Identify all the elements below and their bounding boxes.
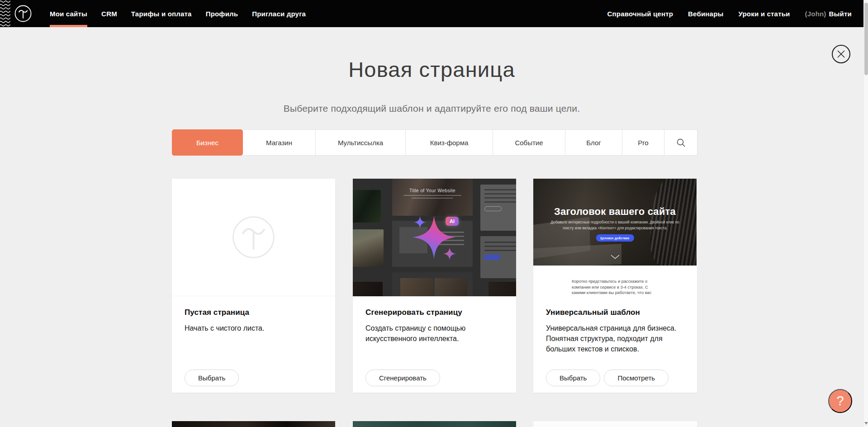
ai-badge: AI (446, 217, 459, 226)
top-navigation-bar: Мои сайты CRM Тарифы и оплата Профиль Пр… (0, 0, 868, 27)
card-description: Начать с чистого листа. (185, 323, 320, 333)
template-hero: Заголовок вашего сайта Добавьте интересн… (533, 179, 697, 266)
nav-item-profile[interactable]: Профиль (206, 0, 238, 27)
next-row-card-preview[interactable] (353, 421, 516, 427)
page-subtitle: Выберите подходящий шаблон и адаптируйте… (0, 103, 863, 114)
chevron-down-icon (611, 255, 620, 259)
page-title: Новая страница (0, 57, 863, 82)
collage-photo (353, 190, 381, 223)
card-title: Универсальный шаблон (546, 308, 684, 317)
scroll-down-arrow[interactable] (864, 422, 868, 426)
template-headline: Заголовок вашего сайта (533, 206, 697, 218)
card-info: Универсальный шаблон Универсальная стран… (533, 296, 697, 393)
collage-content-block (392, 221, 473, 267)
card-title: Сгенерировать страницу (365, 308, 503, 317)
close-button[interactable] (832, 45, 850, 63)
collage-photo (489, 282, 516, 296)
template-subtext: Добавьте интересные подробности о вашей … (548, 219, 682, 231)
card-description: Универсальная страница для бизнеса. Поня… (546, 323, 682, 355)
collage-text-block (480, 185, 516, 231)
generate-button[interactable]: Сгенерировать (365, 370, 440, 386)
ai-generate-preview[interactable]: Title of Your Website (353, 179, 516, 296)
choose-button[interactable]: Выбрать (546, 370, 600, 386)
collage-about-block (480, 236, 516, 278)
card-info: Сгенерировать страницу Создать страницу … (353, 296, 516, 393)
collage-photo (353, 282, 383, 296)
tab-store[interactable]: Магазин (243, 129, 316, 156)
tilda-watermark-icon (232, 215, 275, 259)
collage-gallery-block (392, 272, 473, 296)
tab-quiz-form[interactable]: Квиз-форма (406, 129, 493, 156)
scrollbar[interactable] (863, 0, 868, 427)
universal-template-preview[interactable]: Заголовок вашего сайта Добавьте интересн… (533, 179, 697, 296)
next-row-card-preview[interactable] (172, 421, 335, 427)
template-category-tabs: Бизнес Магазин Мультиссылка Квиз-форма С… (172, 129, 697, 156)
user-name: (John) (805, 10, 826, 18)
collage-hero-block: Title of Your Website (392, 179, 473, 216)
primary-menu: Мои сайты CRM Тарифы и оплата Профиль Пр… (50, 0, 306, 27)
nav-item-pricing[interactable]: Тарифы и оплата (131, 0, 192, 27)
nav-item-logout[interactable]: (John) Выйти (805, 0, 852, 27)
help-button[interactable]: ? (828, 389, 852, 413)
choose-button[interactable]: Выбрать (185, 370, 239, 386)
nav-item-lessons[interactable]: Уроки и статьи (739, 0, 790, 27)
card-info: Пустая страница Начать с чистого листа. … (172, 296, 335, 393)
view-button[interactable]: Посмотреть (604, 370, 669, 386)
template-card-ai-generate: Title of Your Website (353, 179, 516, 393)
collage-heading: Title of Your Website (392, 188, 473, 193)
nav-item-invite-friend[interactable]: Пригласи друга (252, 0, 306, 27)
tab-pro[interactable]: Pro (622, 129, 664, 156)
scrollbar-thumb[interactable] (864, 3, 868, 75)
tab-business[interactable]: Бизнес (172, 129, 243, 156)
nav-item-webinars[interactable]: Вебинары (688, 0, 723, 27)
tab-blog[interactable]: Блог (565, 129, 622, 156)
next-row-card-preview[interactable] (533, 421, 697, 427)
nav-item-my-sites[interactable]: Мои сайты (50, 0, 87, 27)
search-icon (676, 138, 686, 147)
wave-pattern-decoration (0, 0, 10, 27)
nav-item-crm[interactable]: CRM (101, 0, 117, 27)
template-card-blank: Пустая страница Начать с чистого листа. … (172, 179, 335, 393)
card-description: Создать страницу с помощью искусственног… (365, 323, 501, 344)
tab-multilink[interactable]: Мультиссылка (316, 129, 406, 156)
template-card-universal: Заголовок вашего сайта Добавьте интересн… (533, 179, 697, 393)
secondary-menu: Справочный центр Вебинары Уроки и статьи… (607, 0, 852, 27)
logout-label: Выйти (829, 10, 852, 18)
template-body-text: Коротко представьтесь и расскажите о ком… (572, 279, 659, 296)
nav-item-help-center[interactable]: Справочный центр (607, 0, 674, 27)
tab-event[interactable]: Событие (493, 129, 565, 156)
tab-search[interactable] (664, 129, 697, 156)
card-title: Пустая страница (185, 308, 323, 317)
collage-photo (353, 229, 384, 267)
blank-page-preview[interactable] (172, 179, 335, 296)
tilda-logo[interactable] (14, 5, 32, 22)
close-icon (837, 50, 845, 58)
template-cta-button: Целевое действие (596, 234, 634, 242)
